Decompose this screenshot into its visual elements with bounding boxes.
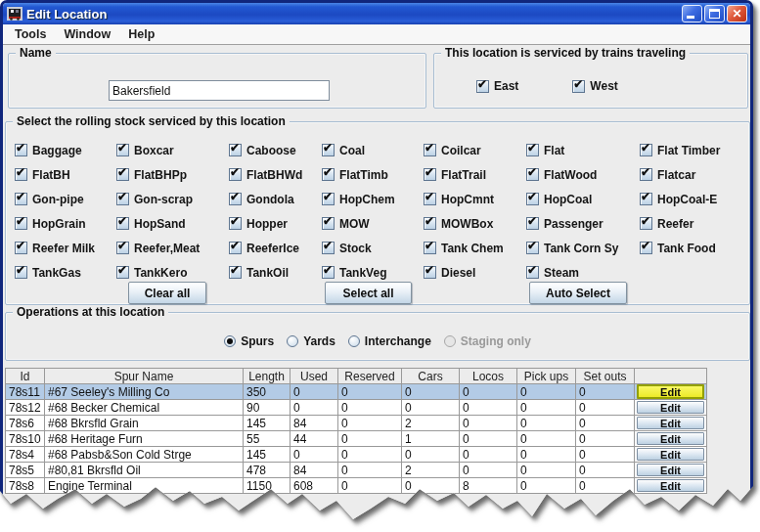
rollingstock-checkbox-mow[interactable]: ✔MOW: [322, 217, 424, 231]
menu-help[interactable]: Help: [119, 25, 163, 43]
rollingstock-checkbox-coal[interactable]: ✔Coal: [322, 144, 424, 157]
radio-yards[interactable]: Yards: [287, 334, 335, 348]
rollingstock-checkbox-reeferice[interactable]: ✔ReeferIce: [229, 242, 322, 255]
column-header-set-outs[interactable]: Set outs: [576, 369, 635, 384]
rollingstock-checkbox-flatbh[interactable]: ✔FlatBH: [15, 168, 116, 182]
rollingstock-checkbox-passenger[interactable]: ✔Passenger: [526, 217, 640, 231]
rollingstock-checkbox-tankveg[interactable]: ✔TankVeg: [322, 266, 424, 280]
column-header-pick-ups[interactable]: Pick ups: [517, 369, 576, 384]
direction-checkbox-east[interactable]: ✔East: [476, 79, 518, 93]
check-mark: ✔: [527, 165, 537, 179]
rollingstock-checkbox-flatwood[interactable]: ✔FlatWood: [526, 168, 640, 182]
maximize-button[interactable]: [704, 5, 725, 22]
radio-icon: [444, 335, 456, 347]
rollingstock-checkbox-hopchem[interactable]: ✔HopChem: [322, 193, 424, 206]
rollingstock-checkbox-gondola[interactable]: ✔Gondola: [229, 193, 322, 206]
column-header-spur-name[interactable]: Spur Name: [45, 369, 244, 384]
menu-tools[interactable]: Tools: [6, 25, 55, 43]
rollingstock-checkbox-caboose[interactable]: ✔Caboose: [229, 144, 322, 157]
rollingstock-checkbox-hopper[interactable]: ✔Hopper: [229, 217, 322, 231]
rollingstock-checkbox-diesel[interactable]: ✔Diesel: [424, 266, 526, 280]
table-row[interactable]: 78s12#68 Becker Chemical90000000Edit: [6, 400, 707, 416]
operations-options: SpursYardsInterchangeStaging only: [6, 334, 749, 348]
table-cell: 0: [576, 416, 635, 431]
table-row[interactable]: 78s4#68 Pabsb&Son Cold Strge145000000Edi…: [6, 447, 707, 463]
radio-spurs[interactable]: Spurs: [224, 334, 274, 348]
table-row[interactable]: 78s10#68 Heritage Furn554401000Edit: [6, 431, 707, 447]
checkbox-icon: ✔: [526, 242, 539, 254]
table-row[interactable]: 78s8Engine Terminal115060800800Edit: [6, 478, 707, 494]
table-cell: 0: [576, 431, 635, 447]
rollingstock-checkbox-coilcar[interactable]: ✔Coilcar: [424, 144, 526, 157]
rollingstock-checkbox-hopcmnt[interactable]: ✔HopCmnt: [424, 193, 526, 206]
close-button[interactable]: ✕: [727, 5, 747, 22]
rollingstock-checkbox-boxcar[interactable]: ✔Boxcar: [116, 144, 229, 157]
location-name-input[interactable]: [109, 80, 330, 101]
rollingstock-checkbox-baggage[interactable]: ✔Baggage: [15, 144, 116, 157]
rollingstock-checkbox-flat[interactable]: ✔Flat: [526, 144, 640, 157]
table-cell: 78s6: [6, 416, 45, 431]
rollingstock-checkbox-flatbhpp[interactable]: ✔FlatBHPp: [116, 168, 229, 182]
edit-button[interactable]: Edit: [637, 448, 704, 461]
rollingstock-checkbox-tankkero[interactable]: ✔TankKero: [116, 266, 229, 280]
titlebar[interactable]: Edit Location ✕: [3, 3, 750, 24]
rollingstock-checkbox-hopsand[interactable]: ✔HopSand: [116, 217, 229, 231]
column-header-id[interactable]: Id: [6, 369, 45, 384]
column-header-used[interactable]: Used: [291, 369, 338, 384]
rollingstock-checkbox-flattimb[interactable]: ✔FlatTimb: [322, 168, 424, 182]
rollingstock-checkbox-hopgrain[interactable]: ✔HopGrain: [15, 217, 116, 231]
table-row[interactable]: 78s6#68 Bkrsfld Grain1458402000Edit: [6, 416, 707, 431]
rollingstock-checkbox-tank-corn-sy[interactable]: ✔Tank Corn Sy: [526, 242, 640, 255]
rollingstock-checkbox-stock[interactable]: ✔Stock: [322, 242, 424, 255]
rollingstock-checkbox-reefer[interactable]: ✔Reefer: [640, 217, 743, 231]
table-row[interactable]: 78s5#80,81 Bkrsfld Oil4788402000Edit: [6, 463, 707, 478]
spur-table: IdSpur NameLengthUsedReservedCarsLocosPi…: [5, 368, 707, 494]
rollingstock-checkbox-tank-chem[interactable]: ✔Tank Chem: [424, 242, 526, 255]
table-cell: 0: [460, 400, 517, 416]
edit-button[interactable]: Edit: [637, 384, 704, 399]
radio-interchange[interactable]: Interchange: [348, 334, 431, 348]
checkbox-label: FlatTrail: [441, 168, 486, 182]
edit-button[interactable]: Edit: [637, 417, 704, 429]
rollingstock-checkbox-tankgas[interactable]: ✔TankGas: [15, 266, 116, 280]
column-header-reserved[interactable]: Reserved: [338, 369, 402, 384]
rollingstock-checkbox-tank-food[interactable]: ✔Tank Food: [640, 242, 743, 255]
rollingstock-checkbox-hopcoal[interactable]: ✔HopCoal: [526, 193, 640, 206]
rollingstock-checkbox-flatbhwd[interactable]: ✔FlatBHWd: [229, 168, 322, 182]
column-header-edit[interactable]: [635, 369, 707, 384]
rollingstock-checkbox-flat-timber[interactable]: ✔Flat Timber: [640, 144, 743, 157]
train-icon: [7, 6, 22, 22]
rollingstock-checkbox-reefer-milk[interactable]: ✔Reefer Milk: [15, 242, 116, 255]
rollingstock-checkbox-gon-scrap[interactable]: ✔Gon-scrap: [116, 193, 229, 206]
rollingstock-checkbox-reefer-meat[interactable]: ✔Reefer,Meat: [116, 242, 229, 255]
table-cell: 0: [517, 431, 576, 447]
rollingstock-checkbox-flatcar[interactable]: ✔Flatcar: [640, 168, 743, 182]
edit-cell: Edit: [635, 400, 707, 416]
edit-cell: Edit: [635, 463, 707, 478]
minimize-button[interactable]: [682, 5, 702, 22]
rollingstock-checkbox-flattrail[interactable]: ✔FlatTrail: [424, 168, 526, 182]
column-header-locos[interactable]: Locos: [460, 369, 517, 384]
select-all-button[interactable]: Select all: [325, 282, 412, 304]
close-icon: ✕: [732, 7, 741, 21]
rollingstock-checkbox-mowbox[interactable]: ✔MOWBox: [424, 217, 526, 231]
menu-window[interactable]: Window: [55, 25, 119, 43]
checkbox-label: ReeferIce: [246, 242, 299, 255]
table-row[interactable]: 78s11#67 Seeley's Milling Co350000000Edi…: [6, 384, 707, 400]
auto-select-button[interactable]: Auto Select: [529, 282, 627, 304]
rollingstock-checkbox-hopcoal-e[interactable]: ✔HopCoal-E: [640, 193, 743, 206]
edit-button[interactable]: Edit: [637, 432, 704, 445]
direction-checkbox-west[interactable]: ✔West: [572, 79, 617, 93]
rollingstock-checkbox-tankoil[interactable]: ✔TankOil: [229, 266, 322, 280]
column-header-length[interactable]: Length: [244, 369, 291, 384]
table-cell: #68 Becker Chemical: [45, 400, 244, 416]
edit-button[interactable]: Edit: [637, 479, 704, 492]
table-cell: #80,81 Bkrsfld Oil: [45, 463, 244, 478]
rollingstock-checkbox-steam[interactable]: ✔Steam: [526, 266, 640, 280]
column-header-cars[interactable]: Cars: [402, 369, 460, 384]
checkbox-icon: ✔: [116, 217, 129, 230]
clear-all-button[interactable]: Clear all: [128, 282, 206, 304]
rollingstock-checkbox-gon-pipe[interactable]: ✔Gon-pipe: [15, 193, 116, 206]
edit-button[interactable]: Edit: [637, 401, 704, 414]
edit-button[interactable]: Edit: [637, 464, 704, 476]
